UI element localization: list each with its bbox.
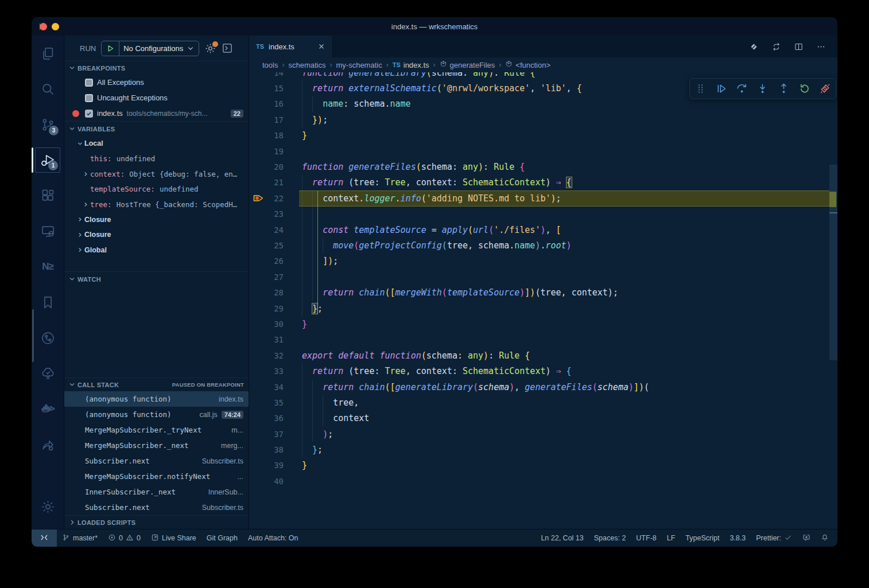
- breakpoint-row[interactable]: Uncaught Exceptions: [64, 90, 249, 106]
- breadcrumb-item[interactable]: schematics: [288, 61, 325, 69]
- notifications-status-item[interactable]: [816, 529, 834, 547]
- encoding-status-item[interactable]: UTF-8: [631, 529, 661, 547]
- line-number: 39: [249, 461, 284, 470]
- ts-version-status-item[interactable]: 3.8.3: [724, 529, 751, 547]
- step-into-button[interactable]: [754, 80, 771, 98]
- manage-button[interactable]: [32, 489, 64, 524]
- variable-row[interactable]: context:Object {debug: false, en…: [64, 166, 249, 182]
- breakpoint-row[interactable]: All Exceptions: [64, 75, 249, 90]
- live-share-status-item[interactable]: Live Share: [146, 529, 201, 547]
- code-text: context.logger.info('adding NOTES.md to …: [302, 193, 561, 204]
- restart-button[interactable]: [796, 80, 813, 98]
- maximize-window-button[interactable]: [40, 23, 40, 30]
- run-toolbar: RUN No Configurations: [64, 36, 249, 61]
- cursor-position-status-item[interactable]: Ln 22, Col 13: [536, 529, 588, 547]
- call-stack-frame[interactable]: Subscriber.nextSubscriber.ts: [64, 453, 249, 469]
- activity-item-docker[interactable]: [32, 391, 64, 427]
- drag-handle-button: [692, 80, 709, 98]
- docker-icon: [35, 396, 60, 422]
- variable-name: templateSource:: [90, 185, 155, 193]
- line-number: 32: [249, 351, 284, 360]
- call-stack-section-header[interactable]: CALL STACK PAUSED ON BREAKPOINT: [64, 377, 249, 391]
- call-stack-frame[interactable]: MergeMapSubscriber._tryNextm...: [64, 422, 249, 438]
- activity-item-testing[interactable]: [32, 356, 64, 391]
- eol-status-item[interactable]: LF: [662, 529, 681, 547]
- start-debug-icon[interactable]: [106, 44, 115, 53]
- breakpoint-checkbox[interactable]: [85, 79, 93, 87]
- line-number: 27: [249, 272, 284, 282]
- activity-item-source-control[interactable]: 3: [32, 107, 64, 142]
- close-window-button[interactable]: [40, 23, 47, 30]
- git-branch-status-item[interactable]: master*: [57, 529, 103, 547]
- continue-button[interactable]: [712, 80, 730, 98]
- prettier-status-item[interactable]: Prettier:: [751, 529, 797, 547]
- configuration-name[interactable]: No Configurations: [123, 44, 183, 53]
- variable-row[interactable]: templateSource:undefined: [64, 182, 249, 197]
- activity-item-git-history[interactable]: [32, 320, 64, 356]
- breakpoints-section-header[interactable]: BREAKPOINTS: [64, 61, 249, 75]
- configure-gear-button[interactable]: [204, 42, 216, 54]
- call-stack-frame[interactable]: Subscriber.nextSubscriber.ts: [64, 500, 249, 515]
- code-editor[interactable]: 14function generateLibrary(schema: any):…: [249, 72, 837, 529]
- code-line: 20function generateFiles(schema: any): R…: [249, 159, 829, 174]
- breakpoint-row[interactable]: index.tstools/schematics/my-sch...22: [64, 106, 249, 121]
- activity-item-live-share-activity[interactable]: [32, 427, 64, 462]
- compare-changes-icon[interactable]: [771, 42, 781, 52]
- call-stack-frame[interactable]: InnerSubscriber._nextInnerSub...: [64, 484, 249, 500]
- remote-icon: [40, 533, 49, 544]
- breadcrumb-item[interactable]: tools: [262, 61, 278, 69]
- launch-configuration-dropdown[interactable]: No Configurations: [101, 41, 199, 56]
- step-over-button[interactable]: [734, 80, 751, 98]
- variable-name: context:: [90, 170, 125, 178]
- disconnect-button[interactable]: [817, 80, 834, 98]
- bracket-scope-guide: [317, 191, 318, 314]
- breadcrumb-label: schematics: [288, 61, 325, 69]
- more-actions-icon[interactable]: [816, 42, 826, 52]
- git-graph-status-item[interactable]: Git Graph: [201, 529, 243, 547]
- breakpoint-checkbox[interactable]: [85, 94, 93, 102]
- variable-row[interactable]: Closure: [64, 227, 249, 243]
- close-tab-icon[interactable]: [317, 42, 325, 50]
- remote-indicator-status-item[interactable]: [32, 529, 57, 547]
- problems-status-item[interactable]: 00: [103, 529, 146, 547]
- breakpoint-checkbox[interactable]: [85, 110, 93, 118]
- variable-row[interactable]: Global: [64, 243, 249, 258]
- step-out-button[interactable]: [775, 80, 792, 98]
- split-editor-icon[interactable]: [794, 42, 804, 52]
- debug-console-button[interactable]: [222, 42, 233, 54]
- activity-item-nx-console[interactable]: N≥: [32, 249, 64, 285]
- call-stack-frame[interactable]: (anonymous function)call.js74:24: [64, 407, 249, 422]
- variable-row[interactable]: Closure: [64, 212, 249, 228]
- activity-item-run-and-debug[interactable]: 1: [32, 142, 64, 178]
- indent-guide: [302, 269, 302, 285]
- tab-index-ts[interactable]: TS index.ts: [249, 36, 333, 57]
- activity-item-bookmarks[interactable]: [32, 285, 64, 320]
- activity-item-remote-explorer[interactable]: [32, 213, 64, 249]
- activity-item-explorer[interactable]: [32, 36, 64, 71]
- watch-section-header[interactable]: WATCH: [64, 271, 249, 286]
- variable-row[interactable]: tree:HostTree {_backend: ScopedH…: [64, 197, 249, 212]
- variables-section-header[interactable]: VARIABLES: [64, 121, 249, 136]
- breadcrumb-item[interactable]: my-schematic: [336, 61, 382, 69]
- language-mode-status-item[interactable]: TypeScript: [680, 529, 724, 547]
- call-stack-frame[interactable]: MergeMapSubscriber._nextmerg...: [64, 438, 249, 453]
- frame-file: InnerSub...: [203, 488, 243, 496]
- breadcrumb-item[interactable]: generateFiles: [440, 60, 495, 69]
- line-number: 38: [249, 445, 284, 454]
- activity-item-extensions[interactable]: [32, 178, 64, 213]
- variable-row[interactable]: this:undefined: [64, 151, 249, 167]
- breadcrumb-item[interactable]: <function>: [505, 60, 550, 69]
- git-history-icon: [35, 325, 60, 351]
- open-changes-icon[interactable]: [749, 42, 759, 52]
- activity-item-search[interactable]: [32, 71, 64, 107]
- call-stack-frame[interactable]: MergeMapSubscriber.notifyNext...: [64, 469, 249, 484]
- loaded-scripts-section-header[interactable]: LOADED SCRIPTS: [64, 515, 249, 529]
- indentation-status-item[interactable]: Spaces: 2: [589, 529, 631, 547]
- call-stack-frame[interactable]: (anonymous function)index.ts: [64, 391, 249, 407]
- status-bar-right: Ln 22, Col 13Spaces: 2UTF-8LFTypeScript3…: [536, 529, 837, 547]
- variable-row[interactable]: Local: [64, 136, 249, 151]
- minimize-window-button[interactable]: [52, 23, 59, 30]
- feedback-status-item[interactable]: [797, 529, 816, 547]
- breadcrumb-item[interactable]: TSindex.ts: [393, 61, 429, 69]
- auto-attach-status-item[interactable]: Auto Attach: On: [243, 529, 304, 547]
